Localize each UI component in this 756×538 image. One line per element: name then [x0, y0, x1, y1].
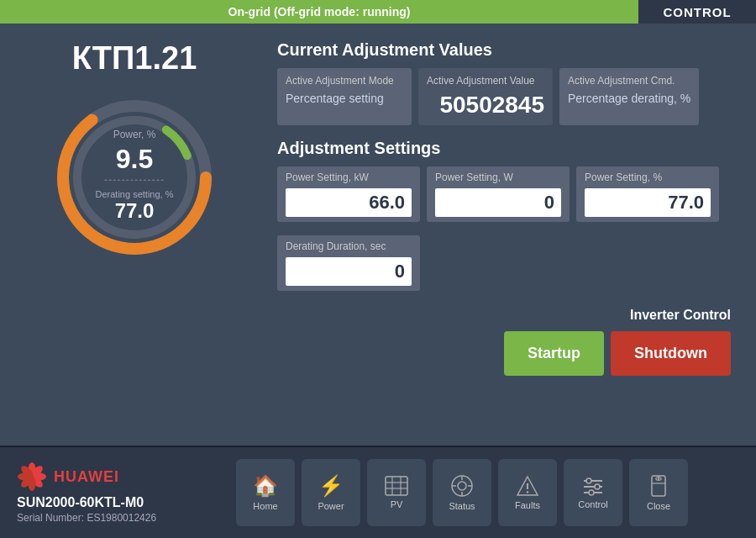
svg-rect-13: [386, 477, 407, 495]
active-cmd-label: Active Adjustment Cmd.: [568, 75, 690, 87]
brand-name: HUAWEI: [54, 468, 119, 486]
duration-input[interactable]: [286, 257, 412, 286]
power-pct-input[interactable]: [585, 188, 711, 217]
duration-label: Derating Duration, sec: [286, 240, 412, 252]
current-adjustment-title: Current Adjustment Values: [277, 40, 731, 60]
active-cmd-card: Active Adjustment Cmd. Percentage derati…: [559, 68, 699, 125]
control-icon: [581, 476, 605, 496]
shutdown-button[interactable]: Shutdown: [611, 331, 731, 376]
nav-pv[interactable]: PV: [367, 459, 426, 526]
control-text: CONTROL: [663, 5, 731, 19]
pv-icon: [385, 476, 408, 496]
control-label: CONTROL: [638, 0, 756, 24]
adjustment-settings-title: Adjustment Settings: [277, 139, 731, 158]
active-mode-value: Percentage setting: [286, 92, 403, 105]
nav-control[interactable]: Control: [564, 459, 622, 526]
gauge-inner: Power, % 9.5 Derating setting, % 77.0: [96, 129, 174, 223]
duration-card: Derating Duration, sec: [277, 235, 420, 291]
control-nav-label: Control: [578, 499, 607, 509]
nav-section: 🏠 Home ⚡ Power PV: [176, 459, 748, 526]
power-label: Power: [318, 501, 344, 511]
brand-section: HUAWEI SUN2000-60KTL-M0 Serial Number: E…: [8, 462, 176, 524]
power-label: Power, %: [96, 129, 174, 140]
active-mode-label: Active Adjustment Mode: [286, 75, 403, 87]
status-bar: On-grid (Off-grid mode: running): [0, 0, 638, 24]
close-icon: [648, 474, 669, 498]
nav-home[interactable]: 🏠 Home: [236, 459, 295, 526]
left-panel: КТП1.21 Power, % 9.5 Derating setting, %: [17, 32, 252, 437]
inverter-control-label: Inverter Control: [630, 308, 731, 323]
svg-point-26: [527, 491, 528, 493]
current-adjustment-cards: Active Adjustment Mode Percentage settin…: [277, 68, 731, 125]
nav-status[interactable]: Status: [433, 459, 491, 526]
active-value-card: Active Adjustment Value 50502845: [418, 68, 553, 125]
nav-power[interactable]: ⚡ Power: [302, 459, 360, 526]
power-kw-input[interactable]: [286, 188, 412, 217]
power-w-card: Power Setting, W: [427, 166, 570, 222]
power-w-input[interactable]: [435, 188, 561, 217]
device-model: SUN2000-60KTL-M0: [17, 495, 176, 510]
active-value-label: Active Adjustment Value: [427, 75, 544, 87]
svg-point-28: [586, 478, 591, 483]
faults-icon: [516, 475, 539, 497]
close-label: Close: [647, 501, 670, 511]
power-kw-label: Power Setting, kW: [286, 171, 412, 183]
faults-label: Faults: [515, 500, 540, 510]
device-title: КТП1.21: [72, 40, 197, 76]
active-cmd-value: Percentage derating, %: [568, 92, 690, 105]
main-content: КТП1.21 Power, % 9.5 Derating setting, %: [0, 24, 756, 446]
adjustment-settings-row2: Derating Duration, sec: [277, 235, 731, 291]
power-pct-card: Power Setting, %: [576, 166, 719, 222]
top-bar: On-grid (Off-grid mode: running) CONTROL: [0, 0, 756, 24]
status-icon: [450, 474, 474, 498]
gauge-container: Power, % 9.5 Derating setting, % 77.0: [50, 93, 218, 261]
power-icon: ⚡: [318, 474, 344, 498]
power-value: 9.5: [96, 144, 174, 175]
home-icon: 🏠: [253, 474, 278, 498]
serial-label: Serial Number:: [17, 512, 84, 524]
huawei-icon: [17, 462, 47, 492]
svg-point-32: [589, 490, 594, 495]
active-value-num: 50502845: [427, 92, 544, 119]
inverter-control: Inverter Control Startup Shutdown: [277, 308, 731, 376]
adjustment-settings-row1: Power Setting, kW Power Setting, W Power…: [277, 166, 731, 222]
svg-point-30: [595, 484, 600, 489]
huawei-logo: HUAWEI: [17, 462, 176, 492]
serial-value: ES1980012426: [87, 512, 156, 524]
power-pct-label: Power Setting, %: [585, 171, 711, 183]
power-w-label: Power Setting, W: [435, 171, 561, 183]
active-mode-card: Active Adjustment Mode Percentage settin…: [277, 68, 412, 125]
status-label: Status: [449, 501, 475, 511]
serial-number: Serial Number: ES1980012426: [17, 512, 176, 524]
bottom-bar: HUAWEI SUN2000-60KTL-M0 Serial Number: E…: [0, 446, 756, 538]
status-text: On-grid (Off-grid mode: running): [228, 5, 411, 18]
nav-faults[interactable]: Faults: [498, 459, 557, 526]
control-buttons: Startup Shutdown: [504, 331, 731, 376]
right-panel: Current Adjustment Values Active Adjustm…: [252, 32, 739, 437]
power-kw-card: Power Setting, kW: [277, 166, 420, 222]
pv-label: PV: [391, 499, 403, 509]
startup-button[interactable]: Startup: [504, 331, 604, 376]
derating-label: Derating setting, %: [96, 189, 174, 199]
svg-point-19: [458, 482, 466, 490]
nav-close[interactable]: Close: [629, 459, 688, 526]
home-label: Home: [253, 501, 277, 511]
derating-value: 77.0: [96, 199, 174, 223]
